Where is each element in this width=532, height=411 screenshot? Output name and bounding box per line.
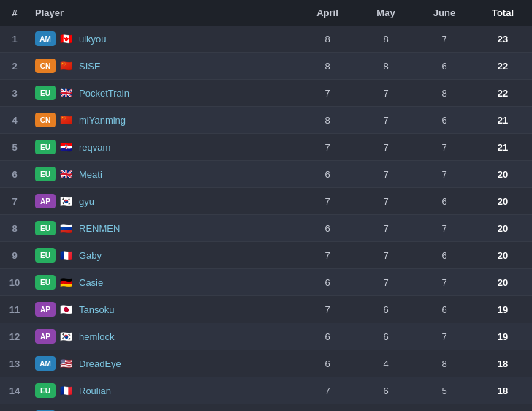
player-name: Casie [79,277,103,288]
table-row: 15AM🇺🇸GamerRvg56718 [0,404,532,412]
flag-icon: 🇭🇷 [60,142,75,152]
flag-icon: 🇺🇸 [60,358,75,369]
player-cell: EU🇩🇪Casie [29,269,298,296]
table-row: 4CN🇨🇳mlYanming87621 [0,107,532,134]
player-name: Meati [79,169,102,180]
rank-cell: 11 [0,296,29,323]
flag-icon: 🇯🇵 [60,304,75,314]
rank-cell: 1 [0,26,29,53]
total-score: 18 [474,350,532,377]
player-cell: AP🇰🇷gyu [29,188,298,215]
player-name: mlYanming [79,115,126,126]
june-score: 7 [415,26,474,53]
player-cell: EU🇭🇷reqvam [29,134,298,161]
table-row: 11AP🇯🇵Tansoku76619 [0,296,532,323]
april-score: 7 [298,80,357,107]
june-score: 5 [415,377,474,404]
flag-icon: 🇩🇪 [60,277,75,287]
table-row: 7AP🇰🇷gyu77620 [0,188,532,215]
april-score: 7 [298,377,357,404]
flag-icon: 🇰🇷 [60,331,75,342]
april-score: 6 [298,269,357,296]
rank-cell: 7 [0,188,29,215]
region-badge: CN [35,59,56,73]
region-badge: EU [35,140,56,154]
region-badge: AM [35,356,56,371]
june-score: 7 [415,215,474,242]
table-row: 13AM🇺🇸DreadEye64818 [0,350,532,377]
april-score: 6 [298,323,357,350]
player-cell: EU🇷🇺RENMEN [29,215,298,242]
may-score: 4 [357,350,415,377]
player-cell: AM🇨🇦uikyou [29,26,298,53]
june-score: 7 [415,134,474,161]
player-cell: CN🇨🇳SISE [29,53,298,80]
total-score: 19 [474,323,532,350]
flag-icon: 🇫🇷 [60,250,75,260]
april-score: 5 [298,404,357,412]
player-name: SISE [79,61,101,72]
table-row: 6EU🇬🇧Meati67720 [0,161,532,188]
player-name: reqvam [79,142,110,153]
total-score: 22 [474,53,532,80]
region-badge: EU [35,275,56,290]
table-row: 1AM🇨🇦uikyou88723 [0,26,532,53]
player-name: RENMEN [79,223,120,234]
table-row: 2CN🇨🇳SISE88622 [0,53,532,80]
player-cell: EU🇬🇧PocketTrain [29,80,298,107]
june-score: 6 [415,188,474,215]
may-score: 7 [357,188,415,215]
header-player: Player [29,0,298,26]
june-score: 7 [415,269,474,296]
table-row: 3EU🇬🇧PocketTrain77822 [0,80,532,107]
region-badge: AM [35,31,56,46]
may-score: 6 [357,377,415,404]
june-score: 7 [415,161,474,188]
april-score: 7 [298,242,357,269]
table-row: 14EU🇫🇷Roulian76518 [0,377,532,404]
may-score: 6 [357,323,415,350]
rank-cell: 5 [0,134,29,161]
total-score: 20 [474,242,532,269]
player-name: DreadEye [79,358,121,369]
rank-cell: 15 [0,404,29,412]
rank-cell: 6 [0,161,29,188]
player-cell: CN🇨🇳mlYanming [29,107,298,134]
player-cell: AP🇯🇵Tansoku [29,296,298,323]
player-cell: EU🇬🇧Meati [29,161,298,188]
june-score: 7 [415,404,474,412]
region-badge: CN [35,113,56,127]
total-score: 22 [474,80,532,107]
total-score: 20 [474,161,532,188]
may-score: 7 [357,80,415,107]
may-score: 7 [357,134,415,161]
april-score: 8 [298,26,357,53]
june-score: 6 [415,53,474,80]
may-score: 8 [357,53,415,80]
may-score: 7 [357,215,415,242]
header-april: April [298,0,357,26]
table-row: 8EU🇷🇺RENMEN67720 [0,215,532,242]
april-score: 6 [298,161,357,188]
region-badge: AP [35,329,56,344]
player-cell: EU🇫🇷Gaby [29,242,298,269]
header-june: June [415,0,474,26]
region-badge: EU [35,86,56,100]
flag-icon: 🇫🇷 [60,385,75,396]
table-row: 10EU🇩🇪Casie67720 [0,269,532,296]
total-score: 18 [474,404,532,412]
april-score: 7 [298,134,357,161]
total-score: 20 [474,188,532,215]
june-score: 8 [415,80,474,107]
may-score: 7 [357,161,415,188]
june-score: 6 [415,296,474,323]
total-score: 21 [474,134,532,161]
player-cell: AM🇺🇸DreadEye [29,350,298,377]
flag-icon: 🇷🇺 [60,223,75,233]
flag-icon: 🇰🇷 [60,196,75,206]
player-cell: EU🇫🇷Roulian [29,377,298,404]
april-score: 6 [298,350,357,377]
may-score: 6 [357,296,415,323]
total-score: 21 [474,107,532,134]
flag-icon: 🇬🇧 [60,88,75,98]
